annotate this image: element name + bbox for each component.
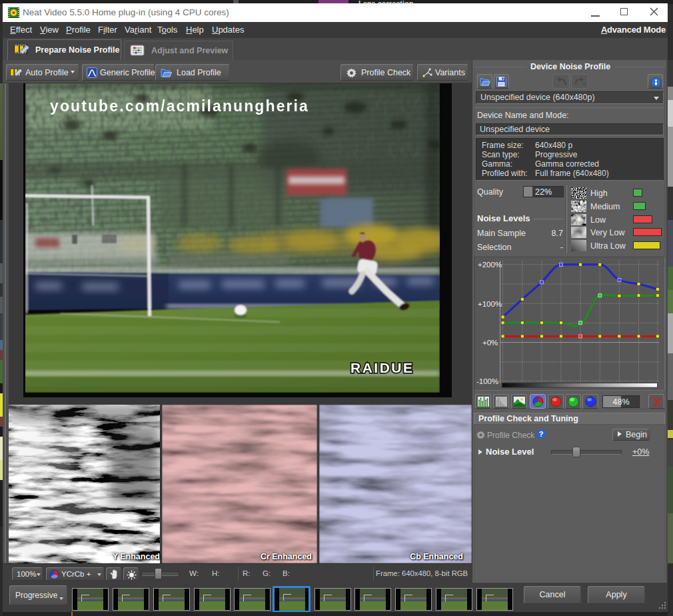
- svg-text:+0%: +0%: [482, 339, 498, 347]
- svg-text:+200%: +200%: [478, 261, 502, 269]
- svg-text:+100%: +100%: [478, 300, 502, 308]
- svg-text:RAIDUE: RAIDUE: [350, 360, 414, 375]
- svg-text:youtube.com/acmilanungheria: youtube.com/acmilanungheria: [50, 97, 309, 115]
- svg-text:-100%: -100%: [476, 377, 498, 385]
